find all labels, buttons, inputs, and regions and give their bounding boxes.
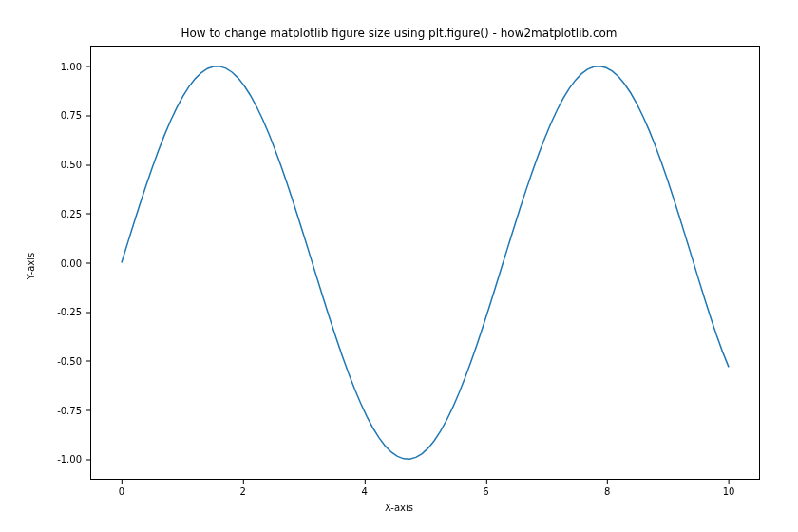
line-plot-svg — [91, 47, 759, 479]
chart-title: How to change matplotlib figure size usi… — [0, 27, 798, 40]
y-tick: 0.75 — [61, 110, 91, 121]
y-tick: 0.25 — [61, 208, 91, 218]
y-tick: 0.00 — [61, 257, 91, 268]
y-tick: 1.00 — [61, 61, 91, 71]
x-tick: 10 — [723, 479, 735, 497]
figure: How to change matplotlib figure size usi… — [0, 0, 798, 532]
x-axis-label: X-axis — [0, 503, 798, 513]
y-tick: -0.75 — [57, 405, 91, 415]
x-tick: 8 — [604, 479, 610, 497]
x-tick: 0 — [119, 479, 124, 497]
y-axis-label: Y-axis — [26, 253, 36, 280]
y-tick: 0.50 — [61, 160, 91, 170]
x-tick: 4 — [361, 479, 367, 497]
x-tick: 6 — [483, 479, 488, 497]
y-tick: -0.50 — [57, 355, 91, 366]
y-tick: -0.25 — [57, 307, 91, 317]
x-tick: 2 — [240, 479, 246, 497]
series-line — [122, 66, 729, 459]
plot-area: -1.00-0.75-0.50-0.250.000.250.500.751.00… — [90, 46, 760, 480]
y-tick: -1.00 — [57, 454, 91, 465]
